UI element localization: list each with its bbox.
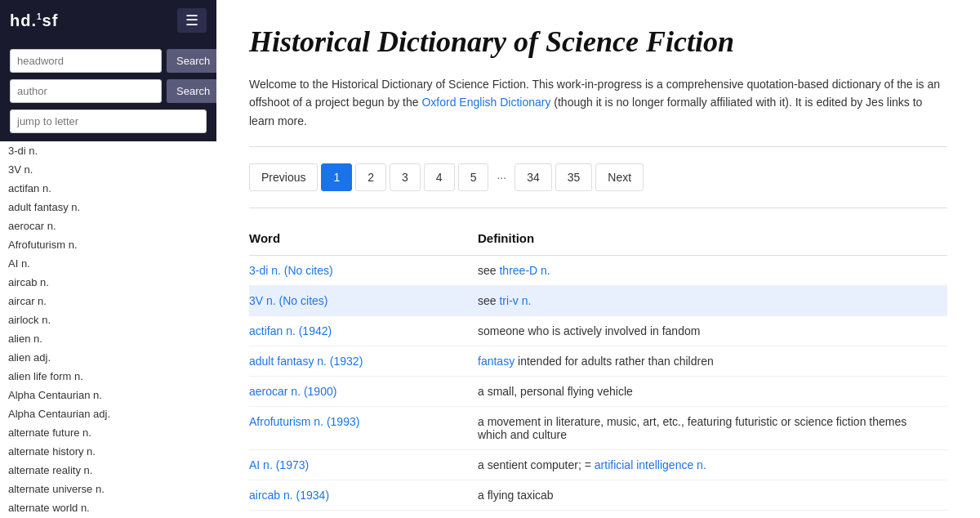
author-search-button[interactable]: Search (167, 79, 216, 103)
word-link[interactable]: AI n. (1973) (249, 458, 309, 471)
word-link[interactable]: aerocar n. (1900) (249, 385, 336, 398)
word-list-item[interactable]: aircab n. (0, 273, 216, 292)
headword-search-row: Search (10, 49, 207, 73)
word-list-item[interactable]: Afrofuturism n. (0, 235, 216, 254)
page-title: Historical Dictionary of Science Fiction (249, 25, 947, 59)
oed-link[interactable]: Oxford English Dictionary (421, 96, 550, 109)
word-list-item[interactable]: alien adj. (0, 348, 216, 367)
sidebar: hd.1sf ☰ Search Search 3-di n.3V n.actif… (0, 0, 216, 518)
author-search-row: Search (10, 79, 207, 103)
sidebar-header: hd.1sf ☰ (0, 0, 216, 41)
word-list-item[interactable]: alternate universe n. (0, 480, 216, 498)
word-column-header: Word (249, 225, 478, 256)
word-link[interactable]: Afrofuturism n. (1993) (249, 415, 359, 428)
word-list-item[interactable]: Alpha Centaurian adj. (0, 404, 216, 423)
page-1-button[interactable]: 1 (321, 163, 352, 191)
hamburger-button[interactable]: ☰ (177, 8, 207, 33)
page-34-button[interactable]: 34 (514, 163, 552, 191)
intro-end: links to learn more. (249, 96, 922, 127)
page-35-button[interactable]: 35 (555, 163, 593, 191)
headword-search-button[interactable]: Search (167, 49, 216, 73)
ellipsis: ··· (492, 164, 511, 190)
table-row: AI n. (1973)a sentient computer; = artif… (249, 450, 947, 480)
word-list-item[interactable]: actifan n. (0, 179, 216, 198)
word-list-item[interactable]: adult fantasy n. (0, 198, 216, 217)
definition-column-header: Definition (478, 225, 947, 256)
word-list-item[interactable]: alternate world n. (0, 498, 216, 517)
word-link[interactable]: aircab n. (1934) (249, 489, 329, 502)
logo: hd.1sf (10, 11, 58, 30)
jump-to-letter-input[interactable] (10, 109, 207, 133)
word-list-item[interactable]: 3V n. (0, 160, 216, 179)
headword-input[interactable] (10, 49, 162, 73)
table-body: 3-di n. (No cites)see three-D n.3V n. (N… (249, 256, 947, 518)
word-list-item[interactable]: alternate history n. (0, 442, 216, 461)
next-button[interactable]: Next (595, 163, 644, 191)
table-row: 3-di n. (No cites)see three-D n. (249, 256, 947, 286)
main-content: Historical Dictionary of Science Fiction… (216, 0, 980, 518)
word-link[interactable]: actifan n. (1942) (249, 324, 332, 337)
dictionary-table: Word Definition 3-di n. (No cites)see th… (249, 225, 947, 518)
author-input[interactable] (10, 79, 162, 103)
word-link[interactable]: 3V n. (No cites) (249, 294, 327, 307)
word-link[interactable]: adult fantasy n. (1932) (249, 355, 363, 368)
word-list-item[interactable]: airlock n. (0, 310, 216, 329)
pagination: Previous 1 2 3 4 5 ··· 34 35 Next (249, 163, 947, 208)
word-list-item[interactable]: aerocar n. (0, 217, 216, 235)
table-row: aerocar n. (1900)a small, personal flyin… (249, 377, 947, 407)
word-list-item[interactable]: Alpha Centaurian n. (0, 386, 216, 404)
word-list-item[interactable]: alien n. (0, 329, 216, 348)
def-link[interactable]: artificial intelligence n. (595, 458, 706, 471)
word-list-item[interactable]: AI n. (0, 254, 216, 273)
intro-text: Welcome to the Historical Dictionary of … (249, 75, 947, 147)
word-list: 3-di n.3V n.actifan n.adult fantasy n.ae… (0, 141, 216, 518)
logo-main: hd.1sf (10, 11, 58, 29)
word-link[interactable]: 3-di n. (No cites) (249, 264, 333, 277)
page-4-button[interactable]: 4 (424, 163, 455, 191)
def-link[interactable]: three-D n. (499, 264, 550, 277)
hamburger-icon: ☰ (185, 12, 198, 29)
def-link[interactable]: fantasy (478, 355, 514, 368)
table-row: 3V n. (No cites)see tri-v n. (249, 286, 947, 316)
search-area: Search Search (0, 41, 216, 141)
word-list-item[interactable]: alternate reality n. (0, 461, 216, 480)
previous-button[interactable]: Previous (249, 163, 318, 191)
table-row: actifan n. (1942)someone who is actively… (249, 316, 947, 346)
def-link[interactable]: tri-v n. (499, 294, 531, 307)
table-row: adult fantasy n. (1932)fantasy intended … (249, 346, 947, 377)
page-5-button[interactable]: 5 (458, 163, 489, 191)
page-3-button[interactable]: 3 (390, 163, 421, 191)
word-list-item[interactable]: alternate future n. (0, 423, 216, 442)
table-row: aircar n. (1871)= aerocar n. (249, 511, 947, 518)
table-row: aircab n. (1934)a flying taxicab (249, 480, 947, 511)
word-list-item[interactable]: aircar n. (0, 292, 216, 310)
page-2-button[interactable]: 2 (355, 163, 386, 191)
word-list-item[interactable]: 3-di n. (0, 141, 216, 160)
table-header-row: Word Definition (249, 225, 947, 256)
word-list-item[interactable]: alien life form n. (0, 367, 216, 386)
table-row: Afrofuturism n. (1993)a movement in lite… (249, 407, 947, 450)
